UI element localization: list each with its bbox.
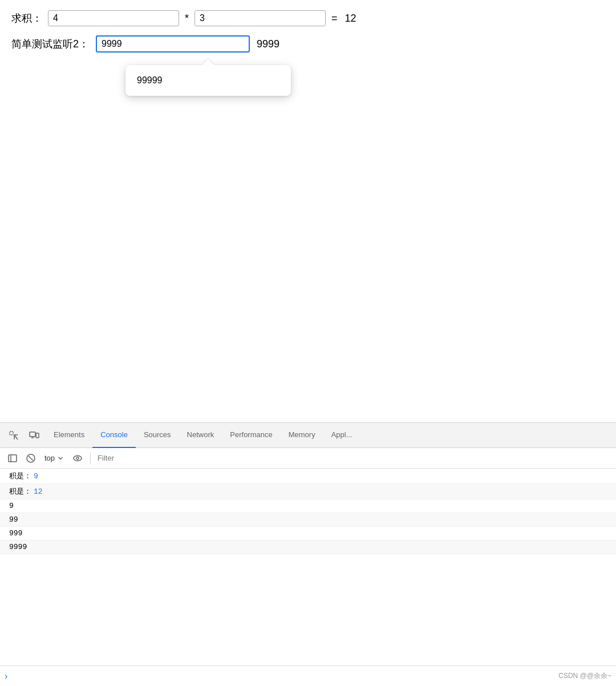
console-label-1: 积是： <box>9 471 31 481</box>
page-content: 求积： * = 12 简单测试监听2： 9999 99999 <box>0 0 616 422</box>
console-entry-6: 9999 <box>0 540 616 554</box>
svg-rect-1 <box>30 432 35 437</box>
console-entry-4: 99 <box>0 513 616 527</box>
tab-elements[interactable]: Elements <box>46 423 92 448</box>
device-toolbar-icon[interactable] <box>25 426 43 445</box>
context-selector[interactable]: top <box>41 453 67 463</box>
svg-rect-0 <box>10 431 13 435</box>
devtools-panel: Elements Console Sources Network Perform… <box>0 422 616 686</box>
live-expressions-icon[interactable] <box>70 450 86 466</box>
console-log-area: 积是： 9 积是： 12 9 99 999 9999 <box>0 469 616 665</box>
context-label: top <box>44 454 55 462</box>
console-entry-2: 积是： 12 <box>0 484 616 499</box>
monitor-input[interactable] <box>96 35 250 53</box>
svg-point-9 <box>76 457 79 459</box>
calc-label: 求积： <box>11 11 42 25</box>
svg-line-7 <box>29 456 33 461</box>
tab-performance[interactable]: Performance <box>222 423 280 448</box>
calc-result: = 12 <box>331 13 356 25</box>
toolbar-divider <box>90 453 91 464</box>
svg-point-8 <box>74 455 82 461</box>
console-value-5: 999 <box>9 529 22 538</box>
console-value-2: 12 <box>34 487 43 496</box>
calc-input-1[interactable] <box>48 10 179 26</box>
monitor-row: 简单测试监听2： 9999 99999 <box>11 35 605 53</box>
console-label-2: 积是： <box>9 486 31 497</box>
devtools-toolbar: top <box>0 448 616 469</box>
filter-input[interactable] <box>95 453 611 463</box>
console-value-1: 9 <box>34 472 38 481</box>
tab-memory[interactable]: Memory <box>281 423 323 448</box>
sidebar-toggle-icon[interactable] <box>5 450 21 466</box>
console-prompt-bar: › CSDN @@余余~ <box>0 665 616 686</box>
tab-application[interactable]: Appl... <box>323 423 360 448</box>
devtools-tab-bar: Elements Console Sources Network Perform… <box>0 423 616 448</box>
calc-input-2[interactable] <box>194 10 326 26</box>
tab-network[interactable]: Network <box>179 423 222 448</box>
svg-rect-2 <box>36 433 39 438</box>
tab-console[interactable]: Console <box>92 423 136 448</box>
console-value-3: 9 <box>9 502 14 510</box>
autocomplete-item[interactable]: 99999 <box>125 70 291 91</box>
console-watermark: CSDN @@余余~ <box>558 671 611 681</box>
console-entry-5: 999 <box>0 527 616 540</box>
console-value-6: 9999 <box>9 543 27 551</box>
calc-row: 求积： * = 12 <box>11 10 605 26</box>
console-value-4: 99 <box>9 515 18 524</box>
console-prompt-input[interactable] <box>12 672 558 680</box>
console-prompt-icon: › <box>5 671 7 681</box>
svg-rect-4 <box>9 455 17 462</box>
inspect-element-icon[interactable] <box>5 426 23 445</box>
autocomplete-dropdown: 99999 <box>125 65 291 96</box>
monitor-display-value: 9999 <box>257 38 279 50</box>
tab-sources[interactable]: Sources <box>136 423 179 448</box>
monitor-label: 简单测试监听2： <box>11 37 89 51</box>
console-entry-1: 积是： 9 <box>0 469 616 484</box>
calc-operator: * <box>185 13 189 25</box>
clear-console-icon[interactable] <box>23 450 39 466</box>
console-entry-3: 9 <box>0 499 616 513</box>
